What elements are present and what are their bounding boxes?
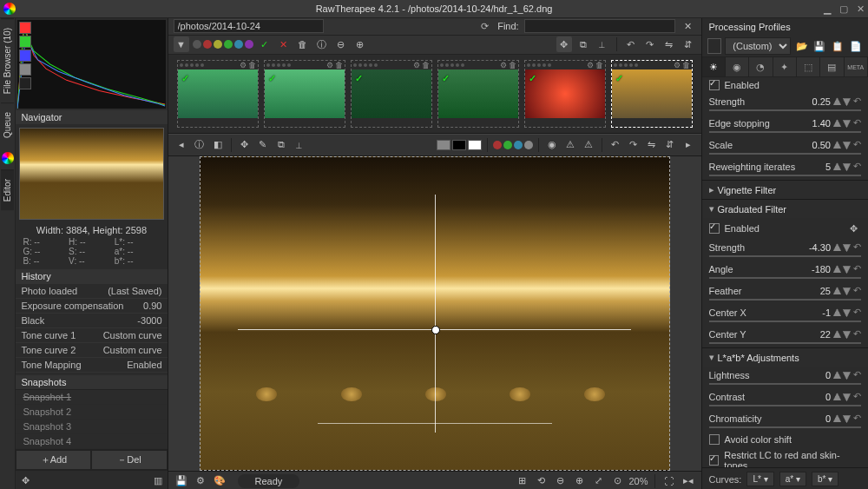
reset-icon[interactable]: ↶	[853, 369, 861, 380]
tab-meta[interactable]: META	[845, 57, 868, 76]
history-row[interactable]: Tone curve 1Custom curve	[16, 327, 167, 342]
zoom-out-icon[interactable]: ⊖	[552, 473, 568, 489]
lab-header[interactable]: ▾L*a*b* Adjustments	[702, 347, 869, 367]
reset-icon[interactable]: ↶	[853, 241, 861, 253]
rotate-right-icon[interactable]: ↷	[642, 36, 658, 52]
tab-raw[interactable]: ▤	[820, 57, 844, 76]
rotate-right-editor-icon[interactable]: ↷	[626, 137, 641, 153]
profile-mode-icon[interactable]	[707, 38, 722, 54]
straighten-tool-icon[interactable]: ⟂	[595, 36, 610, 52]
reset-icon[interactable]: ↶	[853, 263, 861, 274]
param-row[interactable]: Strength0.25⯅⯆↶	[702, 93, 869, 109]
collapse-right-icon[interactable]: ▸	[681, 137, 696, 153]
panel-layout-icon[interactable]: ▥	[150, 472, 166, 488]
maximize-icon[interactable]: ▢	[839, 3, 848, 15]
zoom-fit-icon[interactable]: ⤢	[590, 473, 606, 489]
snapshot-item[interactable]: Snapshot 1	[16, 390, 167, 405]
thumbnail[interactable]: ⚙🗑✓	[177, 60, 259, 128]
sync-zoom-icon[interactable]: ⟲	[533, 473, 549, 489]
checkmark-filter-icon[interactable]: ✓	[257, 36, 273, 52]
tool-scroll[interactable]: Enabled Strength0.25⯅⯆↶Edge stopping1.40…	[702, 77, 869, 467]
trash-filter-icon[interactable]: 🗑	[295, 36, 311, 52]
vignette-header[interactable]: ▸Vignette Filter	[702, 180, 869, 199]
filter-funnel-icon[interactable]: ▼	[174, 36, 189, 52]
reset-icon[interactable]: ↶	[853, 328, 861, 340]
channel-preview-buttons[interactable]	[493, 141, 533, 149]
param-row[interactable]: Reweighting iterates5⯅⯆↶	[702, 158, 869, 175]
curve-a-button[interactable]: a* ▾	[779, 472, 806, 486]
crop-editor-icon[interactable]: ⧉	[273, 137, 289, 153]
before-after-icon[interactable]: ◧	[210, 137, 226, 153]
profile-save-icon[interactable]: 💾	[812, 38, 827, 54]
minimize-icon[interactable]: ▁	[824, 3, 831, 15]
save-icon[interactable]: 💾	[174, 473, 189, 489]
restrict-lc-check[interactable]	[709, 455, 720, 466]
param-row[interactable]: Center X-1⯅⯆↶	[702, 304, 869, 320]
reset-icon[interactable]: ↶	[853, 285, 861, 296]
panel-collapse-arrows-icon[interactable]: ✥	[17, 472, 33, 488]
graduated-header[interactable]: ▾Graduated Filter	[702, 199, 869, 218]
thumbnail[interactable]: ⚙🗑✓	[524, 60, 606, 128]
snapshot-item[interactable]: Snapshot 3	[16, 420, 167, 434]
graduated-filter-feather[interactable]	[318, 423, 552, 424]
zoom-in-thumbs-icon[interactable]: ⊕	[352, 36, 368, 52]
new-detail-window-icon[interactable]: ⊞	[514, 473, 529, 489]
snapshot-item[interactable]: Snapshot 4	[16, 434, 167, 449]
refresh-icon[interactable]: ⟳	[477, 18, 492, 34]
history-row[interactable]: Photo loaded(Last Saved)	[16, 283, 167, 298]
param-row[interactable]: Lightness0⯅⯆↶	[702, 367, 869, 383]
curve-l-button[interactable]: L* ▾	[746, 472, 773, 486]
profile-paste-icon[interactable]: 📄	[848, 38, 863, 54]
param-row[interactable]: Strength-4.30⯅⯆↶	[702, 239, 869, 255]
hist-luma-btn[interactable]	[19, 63, 31, 76]
hand-tool-icon[interactable]: ✥	[237, 137, 253, 153]
cross-filter-icon[interactable]: ✕	[276, 36, 292, 52]
param-row[interactable]: Edge stopping1.40⯅⯆↶	[702, 115, 869, 131]
history-list[interactable]: Photo loaded(Last Saved)Exposure compens…	[16, 283, 167, 375]
clip-highlight-icon[interactable]: ⚠	[581, 137, 596, 153]
grad-edit-icon[interactable]: ✥	[845, 221, 861, 236]
info-toggle-icon[interactable]: ⓘ	[192, 137, 207, 153]
profile-copy-icon[interactable]: 📋	[831, 38, 845, 54]
focus-mask-icon[interactable]: ◉	[544, 137, 560, 153]
flip-h-editor-icon[interactable]: ⇋	[644, 137, 660, 153]
thumbnail[interactable]: ⚙🗑✓	[351, 60, 432, 128]
thumbnail[interactable]: ⚙🗑✓	[437, 60, 519, 128]
tab-detail[interactable]: ◉	[726, 57, 749, 76]
param-row[interactable]: Angle-180⯅⯆↶	[702, 261, 869, 277]
reset-icon[interactable]: ↶	[853, 413, 861, 424]
reset-icon[interactable]: ↶	[853, 161, 861, 172]
tab-editor[interactable]: Editor	[1, 169, 14, 210]
reset-icon[interactable]: ↶	[853, 96, 861, 107]
param-row[interactable]: Chromaticity0⯅⯆↶	[702, 410, 869, 426]
histogram[interactable]	[17, 20, 165, 109]
history-row[interactable]: Tone MappingEnabled	[16, 357, 167, 372]
reset-icon[interactable]: ↶	[853, 307, 861, 318]
flip-h-icon[interactable]: ⇋	[661, 36, 677, 52]
param-row[interactable]: Scale0.50⯅⯆↶	[702, 136, 869, 153]
grad-enabled-check[interactable]	[709, 223, 720, 234]
thumbnail[interactable]: ⚙🗑✓	[611, 60, 693, 128]
reset-icon[interactable]: ↶	[853, 391, 861, 402]
graduated-filter-perp[interactable]	[435, 195, 436, 433]
clip-shadow-icon[interactable]: ⚠	[562, 137, 578, 153]
curve-b-button[interactable]: b* ▾	[812, 472, 838, 486]
thumbnail[interactable]: ⚙🗑✓	[264, 60, 345, 128]
thumb-trash-icon[interactable]: 🗑	[509, 61, 516, 69]
zoom-100-icon[interactable]: ⊙	[609, 473, 625, 489]
reset-icon[interactable]: ↶	[853, 139, 861, 150]
color-label-filter[interactable]	[193, 40, 253, 49]
navigator-preview[interactable]	[19, 128, 163, 220]
preview-bg-buttons[interactable]	[437, 140, 482, 150]
preview-area[interactable]	[168, 156, 701, 471]
collapse-panels-icon[interactable]: ▸◂	[681, 473, 696, 489]
flip-v-icon[interactable]: ⇵	[681, 36, 696, 52]
zoom-in-icon[interactable]: ⊕	[571, 473, 587, 489]
hist-red-btn[interactable]	[19, 22, 31, 34]
thumb-trash-icon[interactable]: 🗑	[248, 61, 256, 69]
profile-select[interactable]: (Custom)	[725, 37, 791, 55]
thumb-trash-icon[interactable]: 🗑	[682, 61, 690, 69]
preview-image[interactable]	[200, 156, 670, 471]
thumb-trash-icon[interactable]: 🗑	[335, 61, 343, 69]
graduated-filter-center[interactable]	[431, 326, 440, 334]
